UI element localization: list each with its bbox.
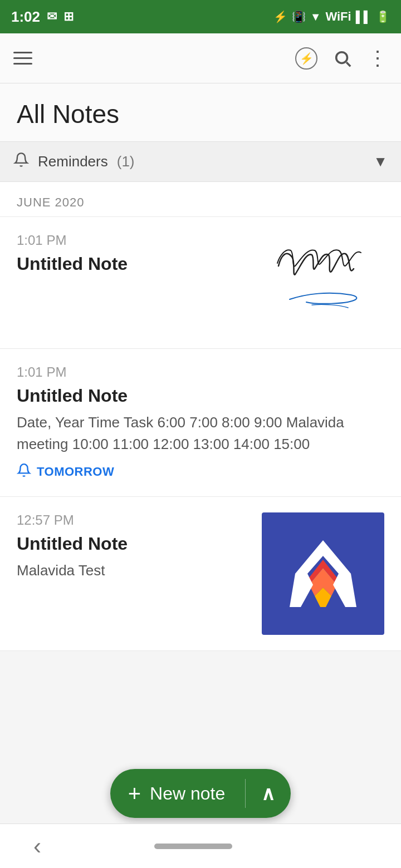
hamburger-menu[interactable] <box>13 52 32 65</box>
wifi-icon: WiFi <box>325 9 351 24</box>
note-content: 1:01 PM Untitled Note <box>17 233 262 280</box>
bottom-nav: ‹ <box>0 823 401 868</box>
note-thumbnail <box>262 233 384 333</box>
note-time: 1:01 PM <box>17 364 373 380</box>
reminder-badge: TOMORROW <box>17 463 373 481</box>
new-note-button[interactable]: + New note ∧ <box>110 769 291 818</box>
note-content: 1:01 PM Untitled Note Date, Year Time Ta… <box>17 364 384 481</box>
fab-expand-button[interactable]: ∧ <box>246 769 291 818</box>
battery-icon: 🔋 <box>376 10 390 23</box>
content-area: JUNE 2020 1:01 PM Untitled Note 1:01 PM … <box>0 182 401 651</box>
svg-marker-6 <box>290 574 313 607</box>
status-time: 1:02 <box>11 8 40 26</box>
sync-button[interactable]: ⚡ <box>295 47 317 70</box>
note-time: 12:57 PM <box>17 512 251 528</box>
note-title: Untitled Note <box>17 534 251 554</box>
note-time: 1:01 PM <box>17 233 251 248</box>
reminders-bar[interactable]: Reminders (1) ▼ <box>0 142 401 182</box>
page-title: All Notes <box>17 99 384 129</box>
note-title: Untitled Note <box>17 386 373 406</box>
reminders-chevron-icon[interactable]: ▼ <box>373 153 388 170</box>
reminders-bell-icon <box>13 152 29 171</box>
note-body: Date, Year Time Task 6:00 7:00 8:00 9:00… <box>17 412 373 455</box>
toolbar: ⚡ ⋮ <box>0 33 401 83</box>
note-title: Untitled Note <box>17 254 251 274</box>
nav-pill <box>154 844 232 849</box>
fab-main-action[interactable]: + New note <box>110 769 246 818</box>
svg-marker-7 <box>333 574 356 607</box>
fab-label: New note <box>150 783 225 804</box>
svg-line-1 <box>346 62 350 66</box>
search-button[interactable] <box>333 49 352 68</box>
note-content: 12:57 PM Untitled Note Malavida Test <box>17 512 262 581</box>
sync-icon-symbol: ⚡ <box>300 52 314 65</box>
note-item[interactable]: 1:01 PM Untitled Note <box>0 217 401 349</box>
signal-icon: ▌▌ <box>356 11 371 23</box>
page-title-section: All Notes <box>0 83 401 142</box>
more-options-button[interactable]: ⋮ <box>368 48 388 68</box>
reminder-icon <box>17 463 31 481</box>
malavida-thumbnail <box>262 512 384 635</box>
month-header: JUNE 2020 <box>0 182 401 217</box>
reminders-label: Reminders <box>38 153 108 170</box>
note-body: Malavida Test <box>17 560 251 581</box>
reminders-count: (1) <box>117 153 135 170</box>
reminder-text: TOMORROW <box>37 465 114 479</box>
calendar-icon: ⊞ <box>63 9 74 24</box>
svg-point-0 <box>336 52 348 63</box>
fab-area: + New note ∧ <box>0 769 401 818</box>
vibrate-icon: 📳 <box>292 10 306 23</box>
back-button[interactable]: ‹ <box>33 833 41 860</box>
note-item[interactable]: 12:57 PM Untitled Note Malavida Test <box>0 497 401 651</box>
chevron-up-icon: ∧ <box>261 782 275 805</box>
fab-plus-icon: + <box>128 782 141 805</box>
bluetooth-icon: ⚡ <box>273 10 287 23</box>
note-item[interactable]: 1:01 PM Untitled Note Date, Year Time Ta… <box>0 349 401 497</box>
gmail-icon: ✉ <box>47 9 57 24</box>
wifi-arrow-icon: ▼ <box>310 11 321 23</box>
status-bar: 1:02 ✉ ⊞ ⚡ 📳 ▼ WiFi ▌▌ 🔋 <box>0 0 401 33</box>
